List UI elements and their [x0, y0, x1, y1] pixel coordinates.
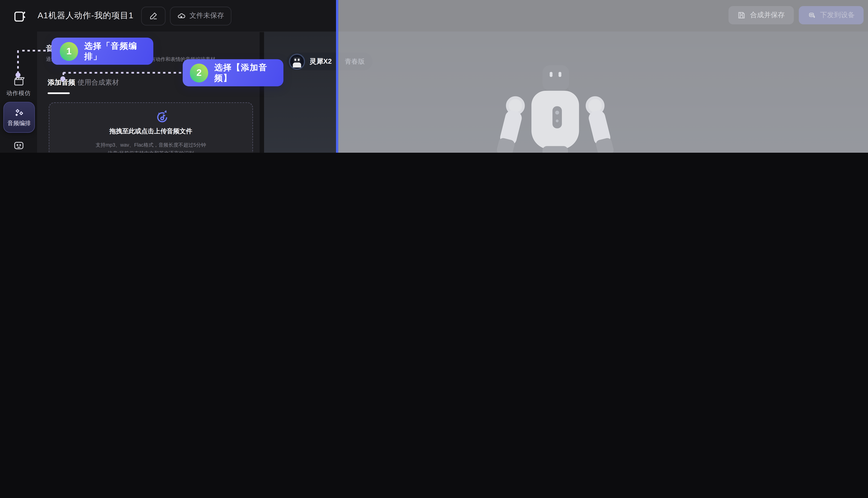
rename-button[interactable] — [141, 6, 166, 25]
face-icon — [13, 140, 24, 151]
file-unsaved-status: 文件未保存 — [170, 6, 231, 25]
robot-avatar — [289, 53, 305, 69]
connector-step1-v — [17, 50, 18, 73]
connector-step2-h — [63, 72, 183, 74]
tutorial-step-1: 1 选择「音频编排」 — [52, 38, 154, 65]
clapperboard-icon — [13, 76, 24, 87]
connector-step1-h — [22, 50, 52, 51]
sidebar-item-expression-lib[interactable]: 表情库 — [0, 140, 37, 153]
top-bar: A1机器人动作-我的项目1 文件未保存 合成并保存 下发到设备 — [0, 0, 868, 32]
step-1-number: 1 — [60, 42, 78, 61]
connector-step1-dot — [15, 73, 21, 78]
app-logo-icon — [13, 9, 27, 23]
tutorial-step-2: 2 选择【添加音频】 — [183, 59, 283, 86]
robot-head — [543, 65, 569, 91]
save-button[interactable]: 合成并保存 — [728, 6, 793, 24]
robot-model — [472, 57, 643, 153]
step-1-text: 选择「音频编排」 — [84, 41, 153, 62]
step-2-text: 选择【添加音频】 — [215, 62, 284, 83]
connector-step2-dot — [61, 76, 65, 81]
tab-synth-material[interactable]: 使用合成素材 — [77, 78, 119, 88]
cloud-icon — [177, 12, 185, 20]
audio-arrange-icon — [14, 107, 25, 118]
robot-download-icon — [807, 11, 816, 19]
sidebar-item-motion-mimic[interactable]: 动作模仿 — [0, 76, 37, 97]
save-icon — [737, 11, 746, 19]
deploy-button[interactable]: 下发到设备 — [799, 6, 864, 24]
robot-model-badge: 灵犀X2 │ 青春版 — [287, 53, 373, 70]
active-tab-underline — [48, 92, 70, 94]
sidebar-item-audio-arrange[interactable]: 音频编排 — [3, 102, 35, 133]
step-2-number: 2 — [190, 63, 208, 82]
upload-format-hint: 支持mp3、wav、Flac格式，音频长度不超过5分钟 — [49, 142, 252, 149]
audio-upload-dropzone[interactable]: 拖拽至此或点击上传音频文件 支持mp3、wav、Flac格式，音频长度不超过5分… — [49, 102, 253, 153]
upload-language-hint: 注意:目前仅支持中文和英文语言的识别 — [49, 150, 252, 153]
project-title: A1机器人动作-我的项目1 — [38, 11, 133, 21]
viewport-3d[interactable]: 灵犀X2 │ 青春版 Z Y X — [264, 31, 868, 153]
upload-audio-icon — [155, 109, 170, 125]
upload-title: 拖拽至此或点击上传音频文件 — [49, 127, 252, 135]
app-root: A1机器人动作-我的项目1 文件未保存 合成并保存 下发到设备 动作模仿 — [0, 0, 868, 153]
